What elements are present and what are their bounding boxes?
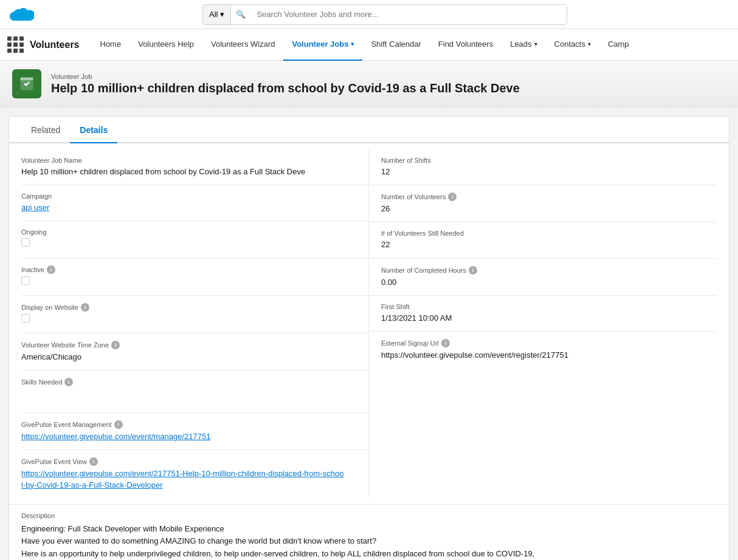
display-on-website-checkbox[interactable]	[21, 314, 30, 323]
givepulse-view-value[interactable]: https://volunteer.givepulse.com/event/21…	[21, 468, 344, 490]
search-area: All ▾ 🔍	[202, 4, 567, 25]
volunteers-still-needed-value: 22	[381, 239, 692, 250]
skills-needed-value	[21, 389, 344, 400]
record-meta: Volunteer Job Help 10 million+ children …	[51, 73, 520, 95]
givepulse-management-value[interactable]: https://volunteer.givepulse.com/event/ma…	[21, 431, 344, 442]
svg-rect-1	[21, 78, 33, 81]
field-givepulse-management: GivePulse Event Management i https://vol…	[21, 413, 368, 450]
nav-volunteer-jobs[interactable]: Volunteer Jobs ▾	[283, 29, 362, 61]
campaign-label: Campaign	[21, 193, 52, 200]
field-number-of-volunteers: Number of Volunteers i 26	[369, 185, 717, 222]
tab-details[interactable]: Details	[70, 117, 117, 143]
volunteer-job-name-value: Help 10 million+ children displaced from…	[21, 166, 344, 177]
field-completed-hours: Number of Completed Hours i 0.00	[369, 259, 717, 296]
field-number-of-shifts: Number of Shifts 12	[369, 149, 717, 185]
volunteer-jobs-chevron: ▾	[351, 41, 354, 47]
volunteer-job-icon	[18, 75, 35, 92]
description-value: Engineering: Full Stack Developer with M…	[21, 523, 717, 560]
search-input[interactable]	[250, 5, 567, 24]
top-bar: All ▾ 🔍	[0, 0, 738, 29]
number-of-volunteers-value: 26	[381, 203, 692, 214]
external-signup-url-info-icon[interactable]: i	[441, 339, 450, 347]
nav-bar: Volunteers Home Volunteers Help Voluntee…	[0, 29, 738, 61]
description-text: Engineering: Full Stack Developer with M…	[21, 524, 534, 560]
skills-needed-info-icon[interactable]: i	[64, 378, 73, 386]
field-first-shift: First Shift 1/13/2021 10:00 AM	[369, 296, 717, 332]
nav-camp[interactable]: Camp	[599, 29, 638, 61]
inactive-checkbox[interactable]	[21, 276, 30, 285]
completed-hours-value: 0.00	[381, 277, 692, 288]
volunteers-still-needed-label: # of Volunteers Still Needed	[381, 230, 464, 237]
skills-needed-label: Skills Needed	[21, 378, 62, 386]
inactive-label: Inactive	[21, 266, 44, 273]
number-of-shifts-value: 12	[381, 166, 692, 177]
completed-hours-label: Number of Completed Hours	[381, 267, 466, 274]
record-header: Volunteer Job Help 10 million+ children …	[0, 61, 738, 108]
field-volunteers-still-needed: # of Volunteers Still Needed 22	[369, 222, 717, 258]
main-content: Related Details Volunteer Job Name Help …	[9, 116, 729, 560]
field-ongoing: Ongoing ✎	[21, 221, 368, 258]
display-on-website-info-icon[interactable]: i	[81, 303, 89, 312]
tabs: Related Details	[9, 117, 729, 143]
number-of-volunteers-info-icon[interactable]: i	[448, 193, 457, 201]
field-external-signup-url: External Signup Url i https://volunteer.…	[369, 332, 717, 368]
nav-shift-calendar[interactable]: Shift Calendar	[362, 29, 429, 61]
chevron-down-icon: ▾	[220, 10, 224, 19]
first-shift-label: First Shift	[381, 303, 409, 310]
campaign-value[interactable]: api user	[21, 202, 344, 213]
external-signup-url-value: https://volunteer.givepulse.com/event/re…	[381, 350, 692, 361]
givepulse-management-info-icon[interactable]: i	[114, 420, 123, 429]
field-inactive: Inactive i ✎	[21, 258, 368, 296]
nav-contacts[interactable]: Contacts ▾	[546, 29, 599, 61]
app-name: Volunteers	[30, 39, 80, 50]
number-of-volunteers-label: Number of Volunteers	[381, 193, 446, 200]
time-zone-value: America/Chicago	[21, 352, 344, 363]
completed-hours-info-icon[interactable]: i	[469, 266, 477, 275]
details-grid: Volunteer Job Name Help 10 million+ chil…	[9, 143, 729, 504]
record-type-label: Volunteer Job	[51, 73, 520, 80]
nav-volunteers-wizard[interactable]: Volunteers Wizard	[202, 29, 284, 61]
time-zone-info-icon[interactable]: i	[111, 341, 120, 349]
salesforce-logo	[10, 6, 34, 23]
app-launcher[interactable]: Volunteers	[7, 36, 80, 53]
ongoing-checkbox[interactable]	[21, 238, 30, 247]
time-zone-label: Volunteer Website Time Zone	[21, 341, 109, 349]
grid-icon	[7, 36, 24, 53]
givepulse-management-label: GivePulse Event Management	[21, 421, 112, 428]
external-signup-url-label: External Signup Url	[381, 340, 439, 347]
display-on-website-label: Display on Website	[21, 304, 78, 311]
givepulse-view-info-icon[interactable]: i	[89, 457, 98, 466]
search-magnifier-icon: 🔍	[231, 10, 250, 19]
right-column: Number of Shifts 12 Number of Volunteers…	[369, 149, 717, 498]
leads-chevron: ▾	[534, 41, 537, 47]
ongoing-label: Ongoing	[21, 228, 47, 236]
tab-related[interactable]: Related	[21, 117, 70, 143]
description-section: Description Engineering: Full Stack Deve…	[9, 504, 729, 560]
nav-leads[interactable]: Leads ▾	[502, 29, 545, 61]
nav-home[interactable]: Home	[92, 29, 130, 61]
field-volunteer-job-name: Volunteer Job Name Help 10 million+ chil…	[21, 149, 368, 185]
record-title: Help 10 million+ children displaced from…	[51, 81, 520, 95]
search-all-button[interactable]: All ▾	[203, 5, 231, 24]
field-time-zone: Volunteer Website Time Zone i America/Ch…	[21, 333, 368, 370]
main-nav: Home Volunteers Help Volunteers Wizard V…	[92, 29, 638, 61]
volunteer-job-name-label: Volunteer Job Name	[21, 157, 82, 164]
field-givepulse-view: GivePulse Event View i https://volunteer…	[21, 450, 368, 497]
first-shift-value: 1/13/2021 10:00 AM	[381, 313, 692, 324]
left-column: Volunteer Job Name Help 10 million+ chil…	[21, 149, 369, 498]
contacts-chevron: ▾	[588, 41, 591, 47]
number-of-shifts-label: Number of Shifts	[381, 157, 431, 164]
nav-find-volunteers[interactable]: Find Volunteers	[430, 29, 502, 61]
search-all-label: All	[209, 10, 218, 19]
inactive-info-icon[interactable]: i	[47, 265, 55, 274]
field-display-on-website: Display on Website i ✎	[21, 296, 368, 333]
field-skills-needed: Skills Needed i ✎	[21, 370, 368, 413]
field-campaign: Campaign api user ✎	[21, 185, 368, 221]
givepulse-view-label: GivePulse Event View	[21, 458, 87, 465]
nav-volunteers-help[interactable]: Volunteers Help	[129, 29, 202, 61]
description-label: Description	[21, 512, 717, 519]
record-icon	[12, 69, 41, 98]
